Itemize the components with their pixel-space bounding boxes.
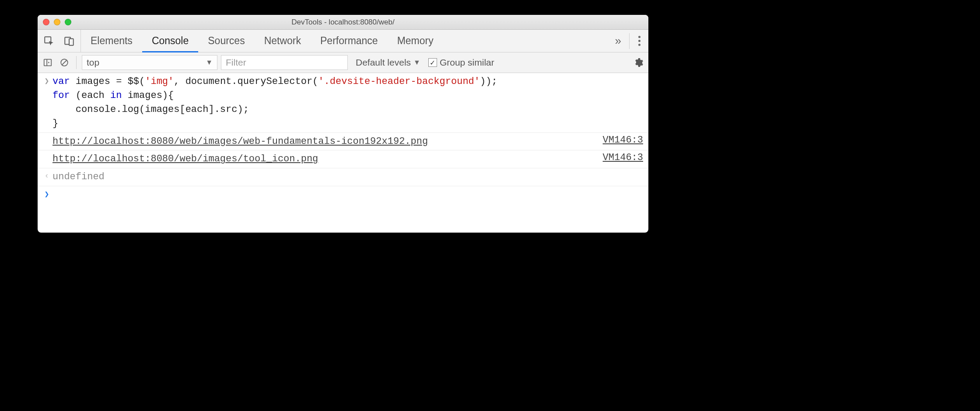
tab-performance[interactable]: Performance (311, 30, 388, 52)
panel-tabs-row: Elements Console Sources Network Perform… (38, 30, 648, 52)
inspect-element-icon[interactable] (42, 34, 56, 48)
source-link[interactable]: VM146:3 (594, 152, 643, 163)
tab-label: Elements (91, 35, 133, 47)
console-log-row: http://localhost:8080/web/images/web-fun… (38, 133, 648, 151)
window-controls (43, 19, 71, 25)
gutter (41, 135, 52, 136)
zoom-icon[interactable] (65, 19, 71, 25)
tab-label: Memory (397, 35, 434, 47)
filter-input[interactable] (221, 55, 348, 70)
dropdown-icon: ▼ (413, 59, 420, 66)
tab-label: Performance (320, 35, 378, 47)
context-selector-value: top (87, 57, 99, 68)
console-input-row: ❯ var images = $$('img', document.queryS… (38, 73, 648, 133)
console-return-row: ‹ undefined (38, 168, 648, 186)
devtools-window: DevTools - localhost:8080/web/ (38, 15, 648, 233)
minimize-icon[interactable] (54, 19, 60, 25)
console-input-code[interactable]: var images = $$('img', document.querySel… (52, 75, 643, 131)
svg-line-6 (62, 60, 67, 65)
panel-tabs: Elements Console Sources Network Perform… (81, 30, 443, 52)
source-link[interactable]: VM146:3 (594, 135, 643, 146)
sidebar-toggle-icon[interactable] (41, 56, 54, 69)
tab-label: Network (264, 35, 301, 47)
more-tabs-icon[interactable]: » (612, 34, 625, 48)
tab-label: Console (152, 35, 189, 47)
inspect-tools (38, 30, 81, 52)
tab-console[interactable]: Console (142, 30, 198, 52)
settings-icon[interactable] (632, 56, 645, 69)
tab-network[interactable]: Network (255, 30, 311, 52)
context-selector[interactable]: top ▼ (82, 55, 217, 70)
console-prompt-row[interactable]: ❯ (38, 186, 648, 201)
tab-sources[interactable]: Sources (198, 30, 254, 52)
close-icon[interactable] (43, 19, 49, 25)
tab-memory[interactable]: Memory (388, 30, 443, 52)
svg-rect-2 (69, 38, 74, 45)
group-similar-label: Group similar (440, 57, 494, 68)
tab-label: Sources (208, 35, 245, 47)
window-title: DevTools - localhost:8080/web/ (38, 18, 648, 27)
log-levels[interactable]: Default levels ▼ (356, 57, 420, 68)
divider (76, 56, 77, 69)
console-log-message[interactable]: http://localhost:8080/web/images/web-fun… (52, 136, 428, 147)
log-levels-label: Default levels (356, 57, 411, 68)
tab-elements[interactable]: Elements (81, 30, 142, 52)
return-value: undefined (52, 170, 643, 184)
input-chevron-icon: ❯ (41, 75, 52, 86)
svg-rect-3 (44, 59, 52, 66)
titlebar: DevTools - localhost:8080/web/ (38, 15, 648, 30)
console-toolbar: top ▼ Default levels ▼ ✓ Group similar (38, 52, 648, 73)
gutter (41, 152, 52, 153)
device-toggle-icon[interactable] (62, 34, 76, 48)
group-similar: ✓ Group similar (428, 57, 494, 68)
console-log-row: http://localhost:8080/web/images/tool_ic… (38, 150, 648, 168)
console-body: ❯ var images = $$('img', document.queryS… (38, 73, 648, 201)
divider (629, 33, 630, 49)
prompt-chevron-icon: ❯ (41, 188, 52, 199)
dropdown-icon: ▼ (206, 59, 213, 66)
clear-console-icon[interactable] (58, 56, 71, 69)
return-chevron-icon: ‹ (41, 170, 52, 180)
kebab-menu-icon[interactable] (634, 36, 645, 46)
console-log-message[interactable]: http://localhost:8080/web/images/tool_ic… (52, 153, 318, 164)
checkbox-icon[interactable]: ✓ (428, 58, 437, 67)
